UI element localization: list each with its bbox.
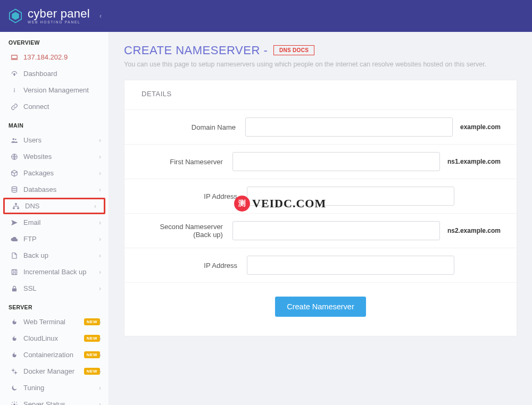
logo-subtext: WEB HOSTING PANEL [28,20,90,24]
gear-icon [9,401,20,406]
section-overview: OVERVIEW [0,32,109,49]
sidebar-item-label: Packages [23,169,100,177]
sidebar-item-incremental-backup[interactable]: Incremental Back up [0,264,109,280]
logo[interactable]: cyber panel WEB HOSTING PANEL [7,8,90,24]
svg-rect-13 [12,288,16,291]
sidebar-item-label: Websites [23,153,100,161]
logo-text: cyber panel [28,8,90,20]
sidebar-item-label: 137.184.202.9 [23,53,100,61]
sidebar-item-label: Docker Manager [23,367,81,375]
label-ip1: IP Address [140,192,247,200]
sidebar: OVERVIEW 137.184.202.9 Dashboard Version… [0,32,109,405]
sidebar-item-backup[interactable]: Back up [0,247,109,264]
label-ns2: Second Nameserver (Back up) [140,223,232,239]
sidebar-item-cloudlinux[interactable]: CloudLinux NEW [0,330,109,347]
sidebar-item-label: Databases [23,185,100,193]
svg-rect-12 [12,269,16,274]
info-icon [9,87,20,94]
database-icon [9,186,20,193]
logo-icon [7,8,23,24]
sidebar-item-label: Users [23,136,100,144]
laptop-icon [9,54,20,61]
sidebar-item-dashboard[interactable]: Dashboard [0,65,109,82]
globe-icon [9,153,20,161]
sidebar-item-docker[interactable]: Docker Manager NEW [0,363,109,379]
main-content: CREATE NAMESERVER - DNS DOCS You can use… [109,32,532,405]
row-domain: Domain Name example.com [124,109,517,144]
panel-heading: DETAILS [124,80,517,107]
svg-point-5 [13,138,15,140]
sidebar-item-dns[interactable]: DNS [3,198,105,214]
input-domain[interactable] [245,117,453,137]
moon-icon [9,384,20,392]
file-icon [9,252,20,259]
sidebar-item-label: Incremental Back up [23,268,100,276]
sidebar-item-websites[interactable]: Websites [0,148,109,165]
label-ns1: First Nameserver [140,158,232,166]
sidebar-item-users[interactable]: Users [0,132,109,148]
nameserver-form: Domain Name example.com First Nameserver… [124,107,517,336]
sidebar-item-label: Email [23,218,100,226]
sidebar-item-label: FTP [23,235,100,243]
sidebar-item-email[interactable]: Email [0,214,109,231]
sidebar-item-server-ip[interactable]: 137.184.202.9 [0,49,109,65]
new-badge: NEW [84,351,100,358]
sidebar-item-web-terminal[interactable]: Web Terminal NEW [0,314,109,330]
gauge-icon [9,70,20,78]
page-subtitle: You can use this page to setup nameserve… [124,61,517,68]
sidebar-item-server-status[interactable]: Server Status [0,396,109,405]
sidebar-item-ssl[interactable]: SSL [0,280,109,297]
link-icon [9,103,20,111]
send-icon [9,219,20,226]
new-badge: NEW [84,335,100,342]
svg-point-14 [12,369,14,371]
svg-rect-11 [17,207,19,209]
hint-ns2: ns2.example.com [447,227,501,234]
collapse-sidebar-button[interactable]: ‹ [99,12,102,20]
row-ip2: IP Address [124,248,517,282]
label-domain: Domain Name [140,123,245,131]
dns-docs-link[interactable]: DNS DOCS [273,45,314,55]
svg-point-3 [14,88,15,89]
sidebar-item-connect[interactable]: Connect [0,98,109,115]
row-ip1: IP Address [124,179,517,213]
create-nameserver-button[interactable]: Create Nameserver [275,297,366,317]
input-ns1[interactable] [232,152,440,171]
svg-rect-2 [12,55,18,58]
sidebar-item-databases[interactable]: Databases [0,181,109,198]
sidebar-item-label: Connect [23,103,100,111]
new-badge: NEW [84,318,100,325]
page-title: CREATE NAMESERVER - DNS DOCS [124,44,517,57]
section-server: SERVER [0,297,109,314]
section-main: MAIN [0,115,109,132]
sidebar-item-label: Containerization [23,351,81,359]
sitemap-icon [10,203,22,210]
sidebar-item-tuning[interactable]: Tuning [0,379,109,396]
hint-ns1: ns1.example.com [447,158,501,165]
input-ns2[interactable] [232,221,440,240]
input-ip2[interactable] [247,256,454,275]
sidebar-item-ftp[interactable]: FTP [0,231,109,247]
svg-point-15 [15,372,16,374]
svg-point-8 [12,187,16,189]
flame-icon [9,335,20,342]
label-ip2: IP Address [140,261,247,269]
input-ip1[interactable] [247,187,454,206]
cogs-icon [9,368,20,375]
svg-point-6 [15,138,16,140]
save-icon [9,268,20,276]
sidebar-item-label: CloudLinux [23,334,81,342]
sidebar-item-packages[interactable]: Packages [0,165,109,181]
users-icon [9,137,20,144]
row-ns1: First Nameserver ns1.example.com [124,144,517,179]
sidebar-item-label: SSL [23,284,100,292]
sidebar-item-label: Back up [23,251,100,259]
sidebar-item-label: Tuning [23,384,100,392]
svg-rect-9 [15,203,17,205]
box-icon [9,170,20,177]
sidebar-item-label: Dashboard [23,70,100,78]
row-submit: Create Nameserver [124,282,517,317]
sidebar-item-version[interactable]: Version Management [0,82,109,98]
new-badge: NEW [84,368,100,375]
sidebar-item-containerization[interactable]: Containerization NEW [0,347,109,363]
